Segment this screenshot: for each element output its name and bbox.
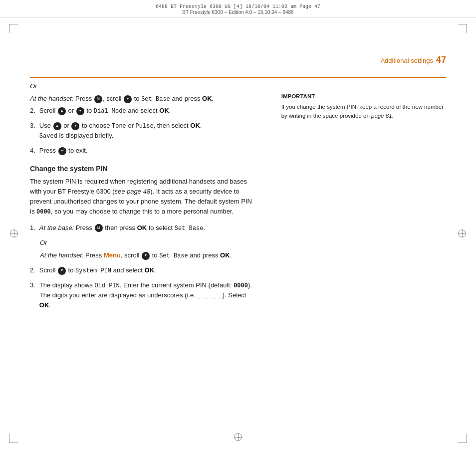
end-call-icon-4: ↩ bbox=[58, 147, 66, 155]
ok-4b: OK bbox=[39, 301, 49, 309]
scroll-icon-2b: ▼ bbox=[142, 252, 150, 260]
set-base-mono-2: Set Base bbox=[175, 225, 204, 232]
ok-2: OK bbox=[159, 107, 169, 114]
steps-list-1: 2. Scroll ▲ or ▼ to Dial Mode and select… bbox=[30, 106, 256, 156]
default-0000: 0000 bbox=[36, 209, 51, 216]
step-item-1b: 1. At the base: Press M then press OK to… bbox=[30, 223, 256, 233]
tone-mono: Tone bbox=[112, 123, 126, 130]
corner-mark-tr bbox=[458, 24, 467, 33]
ok-1b: OK bbox=[137, 224, 147, 231]
print-header: 6488 BT Freestyle 6300 UG [4] 18/10/04 1… bbox=[0, 4, 476, 17]
corner-mark-bl bbox=[9, 434, 18, 443]
crosshair-bottom bbox=[234, 433, 242, 441]
change-pin-body: The system PIN is required when register… bbox=[30, 177, 256, 217]
header-underline bbox=[30, 77, 446, 78]
scroll-down-icon-2: ▼ bbox=[76, 107, 84, 115]
handset-line-1: At the handset: Press M, scroll ▼ to Set… bbox=[30, 94, 256, 104]
pulse-mono: Pulse bbox=[136, 123, 154, 130]
page-number: 47 bbox=[436, 55, 446, 65]
scroll-up-icon-2: ▲ bbox=[58, 107, 66, 115]
ok-3: OK bbox=[190, 122, 200, 129]
scroll-down-icon-2b: ▼ bbox=[58, 267, 66, 275]
main-content: Or At the handset: Press M, scroll ▼ to … bbox=[30, 82, 446, 422]
set-base-mono-1: Set Base bbox=[141, 96, 170, 103]
important-title: IMPORTANT bbox=[281, 92, 446, 101]
step-item-2: 2. Scroll ▲ or ▼ to Dial Mode and select… bbox=[30, 106, 256, 116]
menu-text-2: Menu bbox=[104, 251, 121, 259]
important-page-ref: page 61 bbox=[371, 113, 392, 119]
step-item-3b: 3. The display shows Old PIN. Enter the … bbox=[30, 280, 256, 310]
saved-mono: Saved bbox=[39, 133, 57, 140]
section-title: Additional settings bbox=[380, 57, 433, 64]
old-pin-mono: Old PIN bbox=[94, 282, 119, 289]
step-item-3: 3. Use ▲ or ▼ to choose Tone or Pulse, t… bbox=[30, 121, 256, 141]
scroll-down-icon-3: ▼ bbox=[71, 122, 79, 130]
or-2: Or bbox=[40, 239, 47, 246]
steps-list-2: 1. At the base: Press M then press OK to… bbox=[30, 223, 256, 233]
important-box: IMPORTANT If you change the system PIN, … bbox=[281, 92, 446, 120]
steps-list-3: 2. Scroll ▼ to System PIN and select OK.… bbox=[30, 265, 256, 310]
ok-2b: OK bbox=[220, 251, 230, 259]
left-col: Or At the handset: Press M, scroll ▼ to … bbox=[30, 82, 271, 422]
underscores-display: _ _ _ _ bbox=[197, 292, 222, 299]
print-header-line1: 6488 BT Freestyle 6300 UG [4] 18/10/04 1… bbox=[156, 4, 320, 9]
crosshair-right bbox=[458, 229, 466, 237]
handset-label-2: At the handset: bbox=[40, 251, 83, 259]
default-pin-2: 0000 bbox=[234, 282, 248, 289]
ok-3b: OK bbox=[145, 266, 155, 274]
print-header-line2: BT Freestyle 6300 – Edition 4.0 – 15.10.… bbox=[182, 9, 293, 15]
set-base-mono-3: Set Base bbox=[159, 252, 188, 259]
crosshair-left bbox=[10, 229, 18, 237]
step-item-4: 4. Press ↩ to exit. bbox=[30, 146, 256, 156]
page-header-section: Additional settings 47 bbox=[380, 55, 446, 65]
change-pin-heading: Change the system PIN bbox=[30, 165, 256, 173]
scroll-up-icon-3: ▲ bbox=[53, 122, 61, 130]
corner-mark-tl bbox=[9, 24, 18, 33]
system-pin-mono: System PIN bbox=[75, 267, 111, 274]
scroll-down-icon-1: ▼ bbox=[124, 95, 132, 103]
step-item-2b: 2. Scroll ▼ to System PIN and select OK. bbox=[30, 265, 256, 275]
menu-icon-1: M bbox=[94, 95, 102, 103]
handset-line-2: At the handset: Press Menu, scroll ▼ to … bbox=[40, 250, 256, 260]
or-text-2: Or bbox=[40, 238, 256, 248]
handset-label-1: At the handset: bbox=[30, 95, 73, 102]
corner-mark-br bbox=[458, 434, 467, 443]
base-label-1b: At the base: bbox=[39, 224, 74, 231]
ok-1: OK bbox=[202, 95, 212, 102]
important-body: If you change the system PIN, keep a rec… bbox=[281, 103, 446, 120]
see-ref: see page 48 bbox=[115, 188, 151, 195]
menu-icon-1b: M bbox=[95, 224, 103, 232]
or-text-1: Or bbox=[30, 82, 256, 90]
dial-mode-mono: Dial Mode bbox=[94, 108, 126, 115]
right-col: IMPORTANT If you change the system PIN, … bbox=[271, 82, 446, 422]
page-container: 6488 BT Freestyle 6300 UG [4] 18/10/04 1… bbox=[0, 0, 476, 452]
